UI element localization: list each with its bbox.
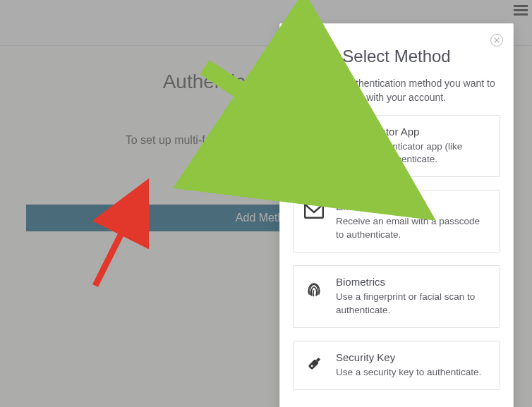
method-security-key[interactable]: Security Key Use a security key to authe… xyxy=(293,341,500,390)
method-sub: Receive an email with a passcode to auth… xyxy=(336,215,490,242)
method-biometrics[interactable]: Biometrics Use a fingerprint or facial s… xyxy=(293,265,500,328)
fingerprint-icon xyxy=(303,279,325,298)
email-icon xyxy=(303,203,325,219)
method-sub: Use an authenticator app (like Google) t… xyxy=(336,140,490,167)
svg-rect-1 xyxy=(310,131,319,146)
select-method-modal: Select Method Select the authentication … xyxy=(279,23,514,407)
method-name: Biometrics xyxy=(336,276,490,288)
modal-description: Select the authentication method you wan… xyxy=(293,76,500,105)
phone-icon xyxy=(303,128,325,151)
svg-point-2 xyxy=(313,147,315,149)
method-name: Security Key xyxy=(336,351,481,363)
method-name: Email xyxy=(336,200,490,212)
method-authenticator-app[interactable]: Authenticator App Use an authenticator a… xyxy=(293,115,500,178)
close-icon[interactable] xyxy=(490,34,503,47)
method-email[interactable]: Email Receive an email with a passcode t… xyxy=(293,190,500,253)
method-sub: Use a fingerprint or facial scan to auth… xyxy=(336,291,490,317)
cancel-button[interactable]: Cancel xyxy=(293,403,500,407)
method-sub: Use a security key to authenticate. xyxy=(336,366,481,379)
method-name: Authenticator App xyxy=(336,126,490,138)
security-key-icon xyxy=(303,354,325,374)
modal-title: Select Method xyxy=(293,47,500,66)
